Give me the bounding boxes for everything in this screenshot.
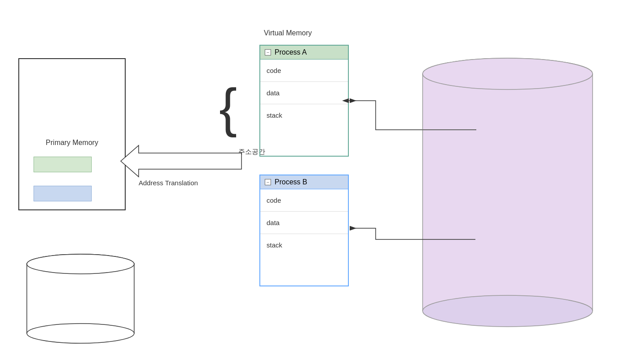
exec-file-bottom-label: 실행파일 bbox=[484, 235, 509, 243]
svg-point-6 bbox=[423, 58, 593, 90]
swap-green-block bbox=[42, 322, 72, 336]
primary-memory-label: Primary Memory bbox=[18, 139, 126, 147]
swap-area-label: Swap area bbox=[27, 309, 134, 317]
process-b-minimize-icon: − bbox=[265, 179, 271, 185]
file-system-label: File System bbox=[420, 192, 590, 200]
virtual-memory-label: Virtual Memory bbox=[264, 29, 312, 37]
process-a-header: − Process A bbox=[260, 46, 348, 60]
process-b-box: − Process B code data stack bbox=[259, 175, 349, 286]
process-b-stack: stack bbox=[260, 234, 348, 256]
process-b-code: code bbox=[260, 189, 348, 212]
process-b-title: Process B bbox=[275, 178, 307, 186]
process-b-data: data bbox=[260, 212, 348, 234]
address-translation-label: Address Translation bbox=[139, 179, 198, 187]
exec-file-circle-bottom: 실행파일 bbox=[476, 219, 517, 260]
svg-marker-15 bbox=[121, 145, 242, 177]
process-a-box: − Process A code data stack bbox=[259, 45, 349, 157]
process-b-header: − Process B bbox=[260, 175, 348, 189]
primary-memory-blue-block bbox=[34, 186, 92, 201]
exec-file-circle-top: 실행파일 bbox=[476, 110, 517, 150]
svg-point-0 bbox=[27, 254, 134, 274]
svg-point-11 bbox=[423, 58, 593, 90]
exec-file-top-label: 실행파일 bbox=[484, 126, 509, 134]
process-a-stack: stack bbox=[260, 104, 348, 126]
process-a-title: Process A bbox=[275, 48, 307, 56]
process-a-data: data bbox=[260, 82, 348, 104]
diagram: Primary Memory Swap area Virtual Memory … bbox=[0, 0, 644, 358]
svg-point-5 bbox=[27, 254, 134, 274]
process-a-code: code bbox=[260, 60, 348, 82]
process-a-minimize-icon: − bbox=[265, 49, 271, 55]
swap-blue-block bbox=[78, 322, 107, 336]
primary-memory-green-block bbox=[34, 157, 92, 172]
svg-point-10 bbox=[423, 295, 593, 327]
address-space-brace: { bbox=[219, 81, 237, 134]
